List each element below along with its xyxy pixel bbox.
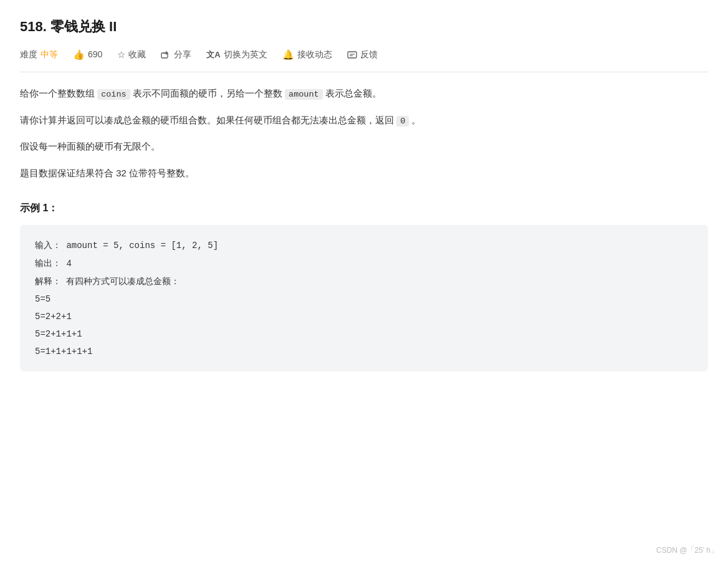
switch-lang-item[interactable]: 文A 切换为英文 <box>206 47 267 62</box>
likes-count: 690 <box>88 47 102 62</box>
meta-bar: 难度 中等 👍 690 ☆ 收藏 分享 文A 切换为英文 � <box>20 47 708 72</box>
collect-icon: ☆ <box>117 47 125 63</box>
example-explain-line: 解释： 有四种方式可以凑成总金额： <box>35 272 693 290</box>
example-output-line: 输出： 4 <box>35 254 693 272</box>
example-detail-line-3: 5=2+1+1+1 <box>35 325 693 343</box>
desc-line2-end: 。 <box>411 115 421 125</box>
svg-rect-2 <box>348 52 357 58</box>
example-detail-line-4: 5=1+1+1+1+1 <box>35 343 693 360</box>
desc-line2-text: 请你计算并返回可以凑成总金额的硬币组合数。如果任何硬币组合都无法凑出总金额，返回 <box>20 115 394 125</box>
example-section: 示例 1： 输入： amount = 5, coins = [1, 2, 5] … <box>20 199 708 371</box>
example-input-line: 输入： amount = 5, coins = [1, 2, 5] <box>35 236 693 254</box>
switch-lang-label: 切换为英文 <box>224 47 267 62</box>
feedback-item[interactable]: 反馈 <box>347 47 378 63</box>
likes-item[interactable]: 👍 690 <box>73 47 102 63</box>
feedback-icon <box>347 47 357 63</box>
desc-line3: 假设每一种面额的硬币有无限个。 <box>20 138 708 156</box>
page-title: 518. 零钱兑换 II <box>20 15 708 38</box>
collect-item[interactable]: ☆ 收藏 <box>117 47 146 63</box>
collect-label: 收藏 <box>128 47 146 62</box>
like-icon: 👍 <box>73 47 85 63</box>
share-item[interactable]: 分享 <box>161 47 191 63</box>
share-icon <box>161 47 171 63</box>
desc-line1-middle: 表示不同面额的硬币，另给一个整数 <box>133 88 282 98</box>
example-detail-line-1: 5=5 <box>35 290 693 308</box>
example-detail-line-2: 5=2+2+1 <box>35 308 693 325</box>
desc-inline-code-zero: 0 <box>396 116 409 127</box>
problem-description: 给你一个整数数组 coins 表示不同面额的硬币，另给一个整数 amount 表… <box>20 85 708 182</box>
notify-item[interactable]: 🔔 接收动态 <box>282 47 332 63</box>
desc-line2: 请你计算并返回可以凑成总金额的硬币组合数。如果任何硬币组合都无法凑出总金额，返回… <box>20 112 708 130</box>
desc-line4: 题目数据保证结果符合 32 位带符号整数。 <box>20 165 708 183</box>
notify-icon: 🔔 <box>282 47 294 63</box>
desc-inline-code-amount: amount <box>285 89 323 100</box>
difficulty-item: 难度 中等 <box>20 47 58 62</box>
difficulty-label: 难度 <box>20 47 37 62</box>
difficulty-value: 中等 <box>41 47 58 62</box>
desc-inline-code-coins: coins <box>97 89 130 100</box>
desc-line1-before: 给你一个整数数组 <box>20 88 95 98</box>
example-explain-value: 有四种方式可以凑成总金额： <box>66 277 180 287</box>
notify-label: 接收动态 <box>297 47 332 62</box>
example-output-value: 4 <box>66 259 71 269</box>
desc-line1-after: 表示总金额。 <box>325 88 381 98</box>
example-input-label: 输入： <box>35 240 61 250</box>
example-title: 示例 1： <box>20 199 708 216</box>
example-input-value: amount = 5, coins = [1, 2, 5] <box>66 241 218 251</box>
example-box: 输入： amount = 5, coins = [1, 2, 5] 输出： 4 … <box>20 225 708 371</box>
desc-line1: 给你一个整数数组 coins 表示不同面额的硬币，另给一个整数 amount 表… <box>20 85 708 103</box>
main-container: 518. 零钱兑换 II 难度 中等 👍 690 ☆ 收藏 分享 文 <box>0 0 728 386</box>
feedback-label: 反馈 <box>360 47 378 62</box>
example-explain-label: 解释： <box>35 276 61 286</box>
switch-lang-icon: 文A <box>206 48 220 62</box>
example-output-label: 输出： <box>35 258 61 268</box>
share-label: 分享 <box>174 47 191 62</box>
